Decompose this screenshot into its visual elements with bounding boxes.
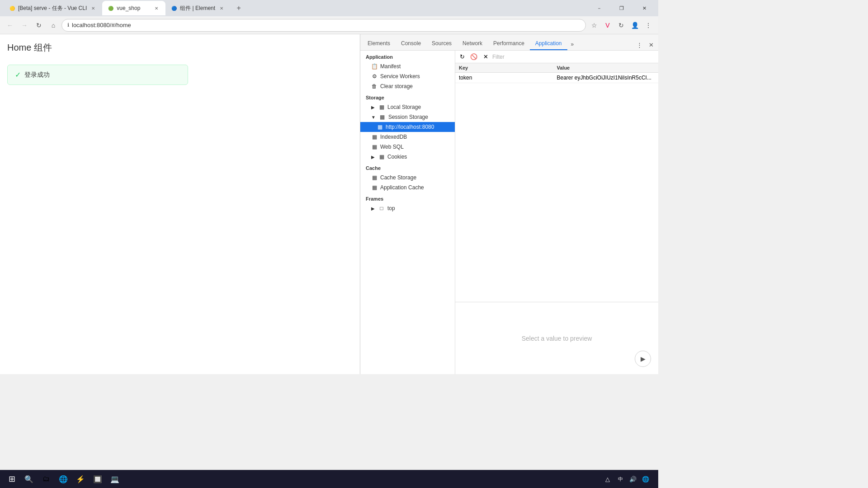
session-storage-expand-icon: ▼ — [371, 115, 376, 120]
web-sql-label: Web SQL — [380, 144, 404, 150]
devtools-body: Application 📋 Manifest ⚙ Service Workers… — [360, 51, 658, 374]
minimize-button[interactable]: － — [589, 1, 609, 15]
manifest-label: Manifest — [380, 63, 401, 70]
service-workers-icon: ⚙ — [371, 73, 377, 80]
sidebar-item-service-workers[interactable]: ⚙ Service Workers — [360, 71, 455, 81]
cookies-expand-icon: ▶ — [371, 155, 375, 160]
filter-input[interactable] — [492, 54, 656, 60]
window-controls: － ❐ ✕ — [589, 1, 655, 15]
tab-network[interactable]: Network — [457, 38, 488, 50]
address-text: localhost:8080/#/home — [72, 22, 580, 28]
sidebar-item-manifest[interactable]: 📋 Manifest — [360, 61, 455, 71]
preview-label: Select a value to preview — [522, 335, 592, 342]
devtools-panel: Elements Console Sources Network Perform… — [360, 34, 658, 374]
frames-top-expand-icon: ▶ — [371, 206, 375, 211]
dt-filter-bar: ↻ 🚫 ✕ — [455, 51, 658, 63]
sidebar-item-indexeddb[interactable]: ▦ IndexedDB — [360, 132, 455, 142]
sidebar-item-web-sql[interactable]: ▦ Web SQL — [360, 142, 455, 152]
tab-2-favicon: 🟢 — [108, 5, 114, 11]
section-frames: Frames — [360, 192, 455, 203]
new-tab-button[interactable]: + — [232, 2, 245, 14]
localhost-icon: ▦ — [377, 124, 383, 130]
clear-storage-label: Clear storage — [380, 83, 413, 89]
sidebar-item-cache-storage[interactable]: ▦ Cache Storage — [360, 173, 455, 183]
row-key: token — [459, 75, 557, 81]
dt-preview-panel: Select a value to preview ▶ — [455, 302, 658, 374]
dt-main-panel: ↻ 🚫 ✕ Key Value token Bearer eyJh — [455, 51, 658, 374]
tab-more[interactable]: » — [567, 38, 578, 50]
menu-icon[interactable]: ⋮ — [642, 19, 655, 32]
sidebar-item-cookies[interactable]: ▶ ▦ Cookies — [360, 152, 455, 162]
home-button[interactable]: ⌂ — [47, 19, 60, 32]
tab-2-close[interactable]: ✕ — [153, 5, 160, 12]
sidebar-item-local-storage[interactable]: ▶ ▦ Local Storage — [360, 102, 455, 112]
frames-top-label: top — [387, 205, 395, 211]
dt-sidebar: Application 📋 Manifest ⚙ Service Workers… — [360, 51, 455, 374]
application-cache-icon: ▦ — [371, 184, 377, 191]
tab-2-title: vue_shop — [117, 5, 150, 11]
cache-storage-label: Cache Storage — [380, 174, 416, 181]
tab-application[interactable]: Application — [530, 38, 567, 50]
cookies-icon: ▦ — [378, 154, 385, 160]
bookmark-icon[interactable]: ☆ — [588, 19, 600, 32]
tab-console[interactable]: Console — [396, 38, 426, 50]
tab-performance[interactable]: Performance — [488, 38, 530, 50]
title-bar: 🟡 [Beta] serve - 任务 - Vue CLI ✕ 🟢 vue_sh… — [0, 0, 658, 16]
tab-3-favicon: 🔵 — [171, 5, 177, 11]
webpage: Home 组件 ✓ 登录成功 — [0, 34, 360, 374]
cache-storage-icon: ▦ — [371, 174, 377, 181]
table-row[interactable]: token Bearer eyJhbGciOiJIUzI1NiIsInR5cCI… — [455, 73, 658, 83]
application-cache-label: Application Cache — [380, 184, 424, 191]
dt-table-header: Key Value — [455, 63, 658, 73]
dt-tab-options: ⋮ ✕ — [634, 39, 656, 50]
address-bar[interactable]: ℹ localhost:8080/#/home — [61, 19, 586, 32]
sidebar-item-clear-storage[interactable]: 🗑 Clear storage — [360, 81, 455, 91]
section-application: Application — [360, 51, 455, 61]
tab-1[interactable]: 🟡 [Beta] serve - 任务 - Vue CLI ✕ — [4, 1, 102, 15]
refresh-icon[interactable]: ↻ — [615, 19, 627, 32]
tab-3-title: 组件 | Element — [180, 5, 215, 12]
tab-1-close[interactable]: ✕ — [90, 5, 97, 12]
nav-bar: ← → ↻ ⌂ ℹ localhost:8080/#/home ☆ V ↻ 👤 … — [0, 16, 658, 34]
sidebar-item-application-cache[interactable]: ▦ Application Cache — [360, 183, 455, 192]
tab-3-close[interactable]: ✕ — [218, 5, 225, 12]
tab-2[interactable]: 🟢 vue_shop ✕ — [102, 1, 165, 15]
forward-button[interactable]: → — [18, 19, 31, 32]
preview-play-button[interactable]: ▶ — [635, 351, 651, 367]
clear-storage-icon: 🗑 — [371, 83, 377, 89]
tab-sources[interactable]: Sources — [426, 38, 457, 50]
clear-storage-btn-icon[interactable]: 🚫 — [469, 52, 479, 62]
tab-1-favicon: 🟡 — [9, 5, 15, 11]
web-sql-icon: ▦ — [371, 144, 377, 150]
refresh-storage-icon[interactable]: ↻ — [457, 52, 467, 62]
sidebar-item-frames-top[interactable]: ▶ □ top — [360, 203, 455, 213]
maximize-button[interactable]: ❐ — [611, 1, 632, 15]
vivaldi-icon[interactable]: V — [601, 19, 614, 32]
close-button[interactable]: ✕ — [634, 1, 655, 15]
tab-1-title: [Beta] serve - 任务 - Vue CLI — [18, 5, 87, 12]
local-storage-expand-icon: ▶ — [371, 105, 375, 110]
localhost-label: http://localhost:8080 — [386, 124, 434, 130]
col-value: Value — [557, 65, 655, 70]
local-storage-icon: ▦ — [378, 104, 385, 110]
reload-button[interactable]: ↻ — [33, 19, 45, 32]
indexeddb-label: IndexedDB — [380, 134, 407, 140]
sidebar-item-localhost[interactable]: ▦ http://localhost:8080 — [360, 122, 455, 132]
dt-settings-icon[interactable]: ⋮ — [634, 39, 645, 50]
sidebar-item-session-storage[interactable]: ▼ ▦ Session Storage — [360, 112, 455, 122]
back-button[interactable]: ← — [4, 19, 16, 32]
row-value: Bearer eyJhbGciOiJIUzI1NiIsInR5cCI... — [557, 75, 655, 81]
success-message: 登录成功 — [24, 71, 50, 79]
tab-elements[interactable]: Elements — [362, 38, 396, 50]
profile-icon[interactable]: 👤 — [628, 19, 641, 32]
manifest-icon: 📋 — [371, 63, 377, 70]
session-storage-label: Session Storage — [388, 114, 428, 120]
page-title: Home 组件 — [0, 34, 360, 61]
local-storage-label: Local Storage — [387, 104, 421, 110]
section-storage: Storage — [360, 91, 455, 102]
section-cache: Cache — [360, 162, 455, 173]
delete-icon[interactable]: ✕ — [481, 52, 491, 62]
address-lock-icon: ℹ — [67, 22, 69, 28]
dt-close-icon[interactable]: ✕ — [646, 39, 656, 50]
tab-3[interactable]: 🔵 组件 | Element ✕ — [165, 1, 231, 15]
